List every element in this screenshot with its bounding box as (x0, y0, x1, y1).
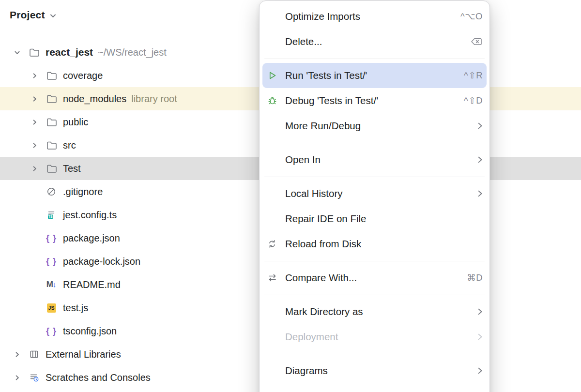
markdown-icon: M↓ (43, 280, 60, 289)
menu-separator (264, 256, 485, 265)
json-icon: { } (43, 326, 60, 336)
menu-item-compare-with[interactable]: Compare With...⌘D (262, 265, 487, 290)
tree-item-label: coverage (63, 70, 103, 81)
menu-item-mark-directory-as[interactable]: Mark Directory as (262, 299, 487, 324)
menu-item-open-in[interactable]: Open In (262, 147, 487, 172)
menu-item-delete[interactable]: Delete... (262, 29, 487, 54)
tree-item-suffix: library root (131, 93, 177, 105)
tree-item-label: package.json (63, 233, 120, 244)
chevron-right-icon[interactable] (26, 73, 43, 79)
menu-item-deployment[interactable]: Deployment (262, 324, 487, 349)
chevron-down-icon[interactable] (49, 12, 57, 19)
ignored-icon (43, 187, 60, 196)
tree-item-label: src (63, 140, 76, 151)
menu-item-shortcut: ^⌥O (460, 11, 483, 22)
menu-item-label: Run 'Tests in Test/' (285, 70, 367, 81)
chevron-right-icon[interactable] (9, 351, 25, 358)
panel-title: Project (10, 9, 45, 21)
folder-icon (43, 118, 60, 127)
menu-separator (264, 172, 485, 181)
menu-separator (264, 290, 485, 299)
folder-icon (43, 141, 60, 150)
submenu-chevron-icon (477, 122, 483, 130)
menu-item-label: Mark Directory as (285, 306, 363, 317)
tree-item-label: External Libraries (46, 349, 121, 360)
debug-icon (267, 96, 285, 106)
menu-item-more-run-debug[interactable]: More Run/Debug (262, 113, 487, 138)
menu-separator (264, 349, 485, 358)
tree-item-suffix: ~/WS/react_jest (98, 47, 167, 58)
chevron-right-icon[interactable] (26, 96, 43, 102)
submenu-chevron-icon (477, 156, 483, 164)
tree-item-label: test.js (63, 302, 88, 314)
chevron-down-icon[interactable] (9, 49, 25, 56)
submenu-chevron-icon (477, 308, 483, 316)
chevron-right-icon[interactable] (26, 166, 43, 172)
menu-item-label: Diagrams (285, 365, 328, 377)
scratches-icon (25, 373, 43, 382)
menu-item-shortcut: ^⇧R (464, 70, 483, 81)
folder-icon (43, 94, 60, 104)
menu-item-label: Delete... (285, 36, 322, 47)
menu-item-diagrams[interactable]: Diagrams (262, 358, 487, 383)
tree-item-label: node_modules (63, 93, 126, 105)
delete-forward-icon (470, 37, 483, 46)
menu-item-label: Optimize Imports (285, 11, 360, 22)
folder-icon (43, 164, 60, 173)
menu-item-label: Compare With... (285, 272, 357, 284)
folder-icon (43, 71, 60, 80)
tree-item-label: tsconfig.json (63, 326, 117, 337)
menu-item-debug-tests-in-test[interactable]: Debug 'Tests in Test/'^⇧D (262, 88, 487, 113)
tree-item-label: .gitignore (63, 186, 103, 197)
tree-item-label: Scratches and Consoles (46, 372, 151, 383)
menu-item-repair-ide-on-file[interactable]: Repair IDE on File (262, 206, 487, 231)
menu-item-label: Deployment (285, 331, 338, 343)
compare-icon (267, 273, 285, 283)
tree-item-label: README.md (63, 279, 121, 290)
menu-item-label: Repair IDE on File (285, 213, 366, 225)
chevron-right-icon[interactable] (26, 142, 43, 149)
submenu-chevron-icon (477, 333, 483, 341)
panel-header: Project (10, 9, 57, 21)
context-menu: Optimize Imports^⌥ODelete...Run 'Tests i… (259, 0, 490, 392)
menu-item-label: Local History (285, 188, 343, 199)
tree-item-label: react_jest (46, 46, 93, 58)
menu-item-label: Open In (285, 154, 321, 166)
chevron-right-icon[interactable] (9, 375, 25, 381)
reload-icon (267, 239, 285, 249)
json-icon: { } (43, 256, 60, 267)
js-icon: JS (43, 303, 60, 313)
submenu-chevron-icon (477, 190, 483, 197)
menu-item-label: More Run/Debug (285, 120, 361, 132)
tree-item-label: jest.config.ts (63, 210, 117, 221)
tree-item-label: Test (63, 163, 81, 174)
menu-item-shortcut: ⌘D (467, 272, 483, 283)
chevron-right-icon[interactable] (26, 119, 43, 125)
menu-separator (264, 54, 485, 63)
ts-config-icon: TS (43, 210, 60, 220)
menu-item-label: Reload from Disk (285, 238, 361, 250)
menu-item-optimize-imports[interactable]: Optimize Imports^⌥O (262, 4, 487, 29)
menu-item-local-history[interactable]: Local History (262, 181, 487, 206)
tree-item-label: public (63, 117, 88, 128)
menu-item-run-tests-in-test[interactable]: Run 'Tests in Test/'^⇧R (262, 63, 487, 88)
run-icon (267, 71, 285, 80)
json-icon: { } (43, 233, 60, 243)
menu-item-label: Debug 'Tests in Test/' (285, 95, 378, 106)
folder-icon (25, 48, 43, 57)
tree-item-label: package-lock.json (63, 256, 140, 267)
project-tool-window: Project react_jest~/WS/react_jestcoverag… (0, 0, 581, 392)
menu-item-shortcut: ^⇧D (464, 95, 483, 106)
svg-text:TS: TS (48, 215, 53, 218)
submenu-chevron-icon (477, 367, 483, 375)
menu-item-reload-from-disk[interactable]: Reload from Disk (262, 231, 487, 256)
libraries-icon (25, 349, 43, 359)
menu-separator (264, 138, 485, 147)
